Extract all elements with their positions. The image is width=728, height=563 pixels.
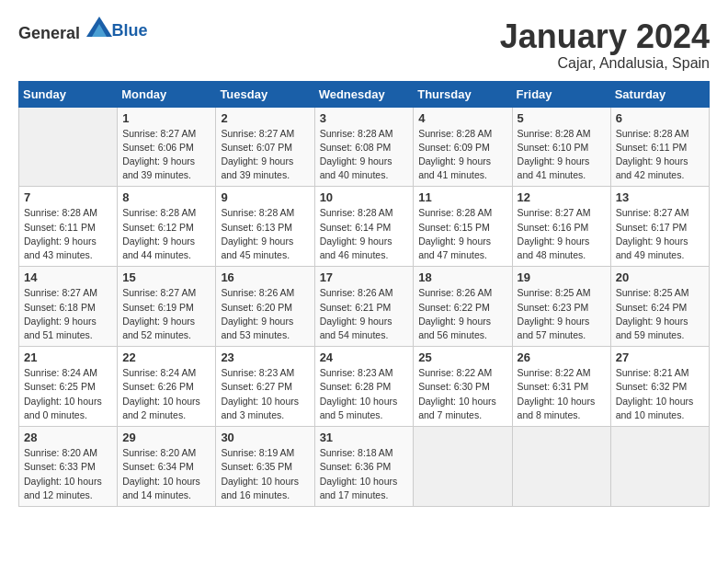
calendar-cell: 25Sunrise: 8:22 AMSunset: 6:30 PMDayligh… (414, 347, 512, 427)
day-info: Sunrise: 8:28 AMSunset: 6:12 PMDaylight:… (122, 206, 210, 262)
calendar-cell: 19Sunrise: 8:25 AMSunset: 6:23 PMDayligh… (512, 267, 610, 347)
day-info: Sunrise: 8:20 AMSunset: 6:33 PMDaylight:… (24, 446, 112, 502)
calendar-cell: 26Sunrise: 8:22 AMSunset: 6:31 PMDayligh… (512, 347, 610, 427)
col-header-wednesday: Wednesday (314, 81, 414, 107)
day-number: 30 (221, 431, 309, 444)
day-info: Sunrise: 8:27 AMSunset: 6:06 PMDaylight:… (122, 127, 210, 183)
day-info: Sunrise: 8:28 AMSunset: 6:11 PMDaylight:… (24, 206, 112, 262)
day-number: 28 (24, 431, 112, 444)
calendar-cell (414, 427, 512, 507)
day-info: Sunrise: 8:19 AMSunset: 6:35 PMDaylight:… (221, 446, 309, 502)
calendar-cell: 24Sunrise: 8:23 AMSunset: 6:28 PMDayligh… (314, 347, 414, 427)
day-number: 5 (518, 111, 606, 125)
calendar-cell: 11Sunrise: 8:28 AMSunset: 6:15 PMDayligh… (414, 187, 512, 267)
day-info: Sunrise: 8:22 AMSunset: 6:30 PMDaylight:… (418, 366, 506, 422)
calendar-cell: 30Sunrise: 8:19 AMSunset: 6:35 PMDayligh… (216, 427, 314, 507)
calendar-cell: 17Sunrise: 8:26 AMSunset: 6:21 PMDayligh… (314, 267, 414, 347)
col-header-monday: Monday (118, 81, 216, 107)
calendar-cell: 7Sunrise: 8:28 AMSunset: 6:11 PMDaylight… (19, 187, 118, 267)
day-info: Sunrise: 8:20 AMSunset: 6:34 PMDaylight:… (122, 446, 210, 502)
day-number: 29 (122, 431, 210, 444)
day-number: 16 (221, 270, 309, 284)
calendar-cell: 13Sunrise: 8:27 AMSunset: 6:17 PMDayligh… (610, 187, 709, 267)
day-info: Sunrise: 8:21 AMSunset: 6:32 PMDaylight:… (616, 366, 704, 422)
logo-icon (86, 17, 112, 37)
day-info: Sunrise: 8:27 AMSunset: 6:07 PMDaylight:… (221, 127, 309, 183)
calendar-cell: 8Sunrise: 8:28 AMSunset: 6:12 PMDaylight… (118, 187, 216, 267)
day-info: Sunrise: 8:26 AMSunset: 6:20 PMDaylight:… (221, 286, 309, 342)
calendar-title: January 2024 (500, 18, 710, 55)
calendar-cell: 23Sunrise: 8:23 AMSunset: 6:27 PMDayligh… (216, 347, 314, 427)
logo-general: General (18, 24, 80, 42)
day-info: Sunrise: 8:27 AMSunset: 6:18 PMDaylight:… (24, 286, 112, 342)
calendar-cell: 31Sunrise: 8:18 AMSunset: 6:36 PMDayligh… (314, 427, 414, 507)
calendar-week-row: 28Sunrise: 8:20 AMSunset: 6:33 PMDayligh… (19, 427, 710, 507)
day-info: Sunrise: 8:28 AMSunset: 6:10 PMDaylight:… (518, 127, 606, 183)
calendar-header-row: SundayMondayTuesdayWednesdayThursdayFrid… (19, 81, 710, 107)
day-number: 2 (221, 111, 309, 125)
day-number: 20 (616, 270, 704, 284)
day-number: 10 (320, 190, 409, 204)
calendar-cell (512, 427, 610, 507)
day-info: Sunrise: 8:27 AMSunset: 6:17 PMDaylight:… (616, 206, 704, 262)
day-info: Sunrise: 8:22 AMSunset: 6:31 PMDaylight:… (518, 366, 606, 422)
day-number: 31 (320, 431, 409, 444)
day-info: Sunrise: 8:28 AMSunset: 6:13 PMDaylight:… (221, 206, 309, 262)
day-number: 8 (122, 190, 210, 204)
day-number: 3 (320, 111, 409, 125)
calendar-subtitle: Cajar, Andalusia, Spain (500, 55, 710, 72)
day-info: Sunrise: 8:18 AMSunset: 6:36 PMDaylight:… (320, 446, 409, 502)
day-info: Sunrise: 8:24 AMSunset: 6:25 PMDaylight:… (24, 366, 112, 422)
calendar-cell: 20Sunrise: 8:25 AMSunset: 6:24 PMDayligh… (610, 267, 709, 347)
calendar-table: SundayMondayTuesdayWednesdayThursdayFrid… (18, 81, 710, 507)
day-info: Sunrise: 8:23 AMSunset: 6:27 PMDaylight:… (221, 366, 309, 422)
day-info: Sunrise: 8:26 AMSunset: 6:21 PMDaylight:… (320, 286, 409, 342)
calendar-cell: 9Sunrise: 8:28 AMSunset: 6:13 PMDaylight… (216, 187, 314, 267)
calendar-cell (610, 427, 709, 507)
col-header-sunday: Sunday (19, 81, 118, 107)
calendar-cell: 16Sunrise: 8:26 AMSunset: 6:20 PMDayligh… (216, 267, 314, 347)
day-number: 12 (518, 190, 606, 204)
day-info: Sunrise: 8:28 AMSunset: 6:09 PMDaylight:… (418, 127, 506, 183)
title-block: January 2024 Cajar, Andalusia, Spain (500, 18, 710, 72)
calendar-week-row: 7Sunrise: 8:28 AMSunset: 6:11 PMDaylight… (19, 187, 710, 267)
col-header-thursday: Thursday (414, 81, 512, 107)
logo-blue: Blue (112, 21, 148, 40)
calendar-cell: 2Sunrise: 8:27 AMSunset: 6:07 PMDaylight… (216, 107, 314, 187)
day-info: Sunrise: 8:25 AMSunset: 6:23 PMDaylight:… (518, 286, 606, 342)
day-number: 25 (418, 350, 506, 364)
day-number: 13 (616, 190, 704, 204)
day-number: 14 (24, 270, 112, 284)
calendar-cell: 1Sunrise: 8:27 AMSunset: 6:06 PMDaylight… (118, 107, 216, 187)
calendar-cell: 27Sunrise: 8:21 AMSunset: 6:32 PMDayligh… (610, 347, 709, 427)
day-number: 27 (616, 350, 704, 364)
calendar-cell: 18Sunrise: 8:26 AMSunset: 6:22 PMDayligh… (414, 267, 512, 347)
col-header-friday: Friday (512, 81, 610, 107)
logo: General Blue (18, 18, 148, 43)
day-number: 26 (518, 350, 606, 364)
calendar-cell: 10Sunrise: 8:28 AMSunset: 6:14 PMDayligh… (314, 187, 414, 267)
day-info: Sunrise: 8:28 AMSunset: 6:08 PMDaylight:… (320, 127, 409, 183)
calendar-cell: 4Sunrise: 8:28 AMSunset: 6:09 PMDaylight… (414, 107, 512, 187)
day-info: Sunrise: 8:27 AMSunset: 6:16 PMDaylight:… (518, 206, 606, 262)
calendar-cell: 14Sunrise: 8:27 AMSunset: 6:18 PMDayligh… (19, 267, 118, 347)
calendar-cell: 6Sunrise: 8:28 AMSunset: 6:11 PMDaylight… (610, 107, 709, 187)
calendar-cell (19, 107, 118, 187)
calendar-week-row: 14Sunrise: 8:27 AMSunset: 6:18 PMDayligh… (19, 267, 710, 347)
calendar-week-row: 1Sunrise: 8:27 AMSunset: 6:06 PMDaylight… (19, 107, 710, 187)
day-info: Sunrise: 8:25 AMSunset: 6:24 PMDaylight:… (616, 286, 704, 342)
day-number: 18 (418, 270, 506, 284)
calendar-cell: 12Sunrise: 8:27 AMSunset: 6:16 PMDayligh… (512, 187, 610, 267)
col-header-tuesday: Tuesday (216, 81, 314, 107)
calendar-cell: 15Sunrise: 8:27 AMSunset: 6:19 PMDayligh… (118, 267, 216, 347)
day-number: 24 (320, 350, 409, 364)
day-number: 11 (418, 190, 506, 204)
col-header-saturday: Saturday (610, 81, 709, 107)
day-number: 4 (418, 111, 506, 125)
day-number: 19 (518, 270, 606, 284)
day-info: Sunrise: 8:23 AMSunset: 6:28 PMDaylight:… (320, 366, 409, 422)
calendar-cell: 5Sunrise: 8:28 AMSunset: 6:10 PMDaylight… (512, 107, 610, 187)
day-number: 21 (24, 350, 112, 364)
day-number: 6 (616, 111, 704, 125)
day-info: Sunrise: 8:28 AMSunset: 6:14 PMDaylight:… (320, 206, 409, 262)
